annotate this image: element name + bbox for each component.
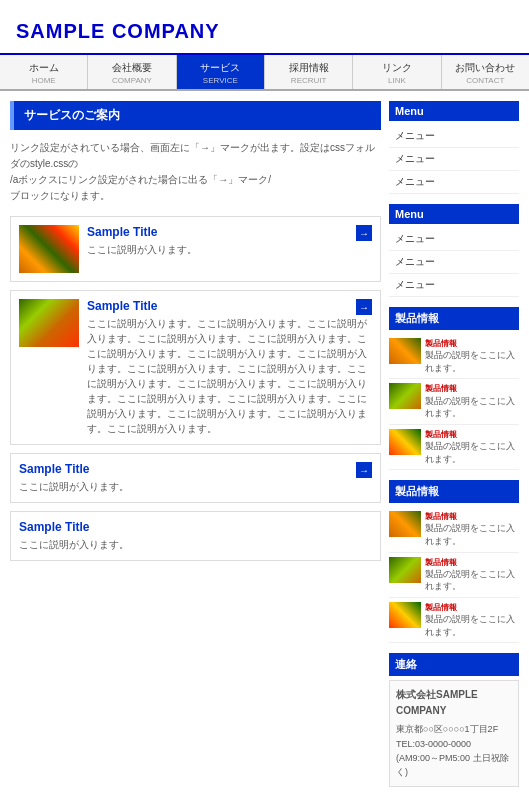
sidebar-product-1-1-label: 製品情報 [425,338,519,349]
nav-service[interactable]: サービス SERVICE [177,55,265,89]
sidebar-contact-address: 東京都○○区○○○○1丁目2F [396,722,512,736]
sidebar-product-2-3[interactable]: 製品情報 製品の説明をここに入れます。 [389,598,519,643]
sidebar: Menu メニュー メニュー メニュー Menu メニュー メニュー メニュー … [389,101,519,797]
service-card-2-arrow[interactable]: → [356,299,372,315]
company-name: SAMPLE COMPANY [16,20,513,43]
nav-company-label: 会社概要 [112,62,152,73]
nav-service-label: サービス [200,62,240,73]
service-card-4-desc: ここに説明が入ります。 [19,537,372,552]
sidebar-products-1-title: 製品情報 [389,307,519,330]
section-title: サービスのご案内 [10,101,381,130]
sidebar-product-2-1[interactable]: 製品情報 製品の説明をここに入れます。 [389,507,519,552]
service-card-4-title: Sample Title [19,520,372,534]
nav-contact[interactable]: お問い合わせ CONTACT [442,55,529,89]
sidebar-menu-1-title: Menu [389,101,519,121]
sidebar-product-1-3[interactable]: 製品情報 製品の説明をここに入れます。 [389,425,519,470]
nav-contact-en: CONTACT [444,76,527,85]
service-card-3[interactable]: Sample Title ここに説明が入ります。 → [10,453,381,503]
service-thumb-1 [19,225,79,273]
service-card-3-title: Sample Title [19,462,372,476]
nav-recruit-en: RECRUIT [267,76,350,85]
sidebar-product-1-3-desc: 製品の説明をここに入れます。 [425,440,519,465]
service-card-2-title: Sample Title [87,299,372,313]
main-layout: サービスのご案内 リンク設定がされている場合、画面左に「→」マークが出ます。設定… [0,91,529,805]
sidebar-contact-title: 連絡 [389,653,519,676]
sidebar-products-2: 製品情報 製品情報 製品の説明をここに入れます。 製品情報 製品の説明をここに入… [389,480,519,643]
service-card-4: Sample Title ここに説明が入ります。 [10,511,381,561]
sidebar-contact-box: 株式会社SAMPLE COMPANY 東京都○○区○○○○1丁目2F TEL:0… [389,680,519,787]
sidebar-product-2-2-label: 製品情報 [425,557,519,568]
sidebar-menu-1-item-3[interactable]: メニュー [389,171,519,194]
sidebar-product-2-2-desc: 製品の説明をここに入れます。 [425,568,519,593]
nav-link[interactable]: リンク LINK [353,55,441,89]
content-area: サービスのご案内 リンク設定がされている場合、画面左に「→」マークが出ます。設定… [10,101,381,797]
nav-recruit[interactable]: 採用情報 RECRUIT [265,55,353,89]
sidebar-product-2-3-label: 製品情報 [425,602,519,613]
sidebar-product-2-3-desc: 製品の説明をここに入れます。 [425,613,519,638]
service-card-1-arrow[interactable]: → [356,225,372,241]
sidebar-product-1-1-desc: 製品の説明をここに入れます。 [425,349,519,374]
service-card-1-desc: ここに説明が入ります。 [87,242,372,257]
nav-home-en: HOME [2,76,85,85]
nav-company-en: COMPANY [90,76,173,85]
sidebar-menu-2-item-3[interactable]: メニュー [389,274,519,297]
sidebar-product-2-2[interactable]: 製品情報 製品の説明をここに入れます。 [389,553,519,598]
sidebar-product-1-2-desc: 製品の説明をここに入れます。 [425,395,519,420]
nav-contact-label: お問い合わせ [455,62,515,73]
nav-home[interactable]: ホーム HOME [0,55,88,89]
sidebar-menu-1-item-2[interactable]: メニュー [389,148,519,171]
service-card-2[interactable]: Sample Title ここに説明が入ります。ここに説明が入ります。ここに説明… [10,290,381,445]
sidebar-product-1-2-label: 製品情報 [425,383,519,394]
sidebar-product-1-3-label: 製品情報 [425,429,519,440]
sidebar-product-1-2[interactable]: 製品情報 製品の説明をここに入れます。 [389,379,519,424]
sidebar-menu-2-item-1[interactable]: メニュー [389,228,519,251]
header: SAMPLE COMPANY [0,0,529,55]
sidebar-contact-section: 連絡 株式会社SAMPLE COMPANY 東京都○○区○○○○1丁目2F TE… [389,653,519,787]
service-thumb-2 [19,299,79,347]
nav-home-label: ホーム [29,62,59,73]
sidebar-contact-tel: TEL:03-0000-0000 [396,737,512,751]
sidebar-contact-company: 株式会社SAMPLE COMPANY [396,687,512,719]
sidebar-menu-1: Menu メニュー メニュー メニュー [389,101,519,194]
sidebar-menu-2-item-2[interactable]: メニュー [389,251,519,274]
nav-service-en: SERVICE [179,76,262,85]
nav-recruit-label: 採用情報 [289,62,329,73]
service-card-2-desc: ここに説明が入ります。ここに説明が入ります。ここに説明が入ります。ここに説明が入… [87,316,372,436]
intro-text: リンク設定がされている場合、画面左に「→」マークが出ます。設定はcssフォルダの… [10,140,381,204]
service-card-1-title: Sample Title [87,225,372,239]
sidebar-contact-fax: (AM9:00～PM5:00 土日祝除く) [396,751,512,780]
nav-company[interactable]: 会社概要 COMPANY [88,55,176,89]
nav-link-label: リンク [382,62,412,73]
sidebar-menu-1-item-1[interactable]: メニュー [389,125,519,148]
sidebar-product-2-1-label: 製品情報 [425,511,519,522]
sidebar-products-1: 製品情報 製品情報 製品の説明をここに入れます。 製品情報 製品の説明をここに入… [389,307,519,470]
main-nav: ホーム HOME 会社概要 COMPANY サービス SERVICE 採用情報 … [0,55,529,91]
sidebar-product-2-1-desc: 製品の説明をここに入れます。 [425,522,519,547]
sidebar-menu-2-title: Menu [389,204,519,224]
sidebar-product-1-1[interactable]: 製品情報 製品の説明をここに入れます。 [389,334,519,379]
sidebar-products-2-title: 製品情報 [389,480,519,503]
nav-link-en: LINK [355,76,438,85]
sidebar-menu-2: Menu メニュー メニュー メニュー [389,204,519,297]
service-card-1[interactable]: Sample Title ここに説明が入ります。 → [10,216,381,282]
service-card-3-desc: ここに説明が入ります。 [19,479,372,494]
service-card-3-arrow[interactable]: → [356,462,372,478]
